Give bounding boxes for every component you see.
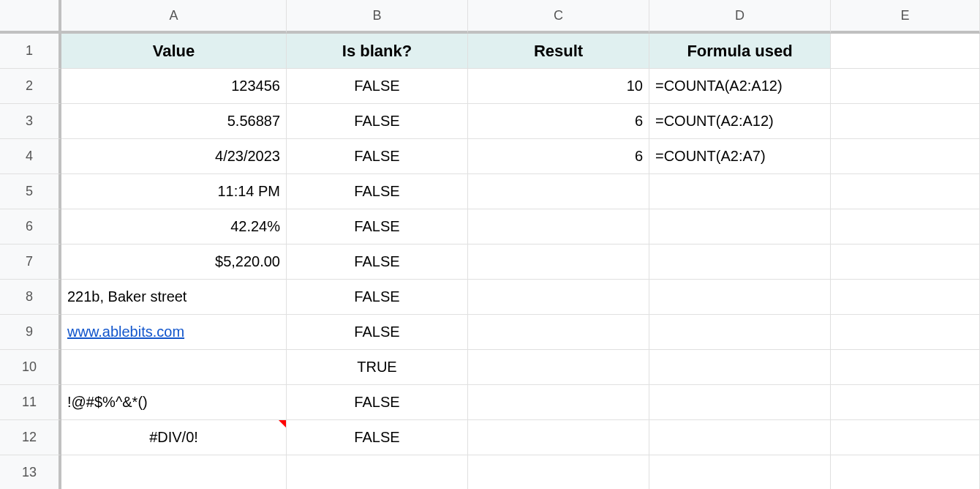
cell-E3[interactable] <box>831 104 980 139</box>
cell-A3[interactable]: 5.56887 <box>61 104 287 139</box>
cell-E13[interactable] <box>831 455 980 489</box>
cell-D8[interactable] <box>649 280 831 315</box>
cell-D1[interactable]: Formula used <box>649 34 831 69</box>
cell-D9[interactable] <box>649 315 831 350</box>
cell-B5[interactable]: FALSE <box>287 174 468 209</box>
hyperlink[interactable]: www.ablebits.com <box>67 324 184 340</box>
cell-B11[interactable]: FALSE <box>287 385 468 420</box>
row-header-2[interactable]: 2 <box>0 69 61 104</box>
cell-B1[interactable]: Is blank? <box>287 34 468 69</box>
cell-D4[interactable]: =COUNT(A2:A7) <box>649 139 831 174</box>
cell-E4[interactable] <box>831 139 980 174</box>
cell-A13[interactable] <box>61 455 287 489</box>
row-header-6[interactable]: 6 <box>0 209 61 244</box>
cell-B9[interactable]: FALSE <box>287 315 468 350</box>
cell-C11[interactable] <box>468 385 649 420</box>
cell-A6[interactable]: 42.24% <box>61 209 287 244</box>
cell-A7[interactable]: $5,220.00 <box>61 244 287 280</box>
cell-C3[interactable]: 6 <box>468 104 649 139</box>
cell-A4[interactable]: 4/23/2023 <box>61 139 287 174</box>
cell-C4[interactable]: 6 <box>468 139 649 174</box>
cell-E9[interactable] <box>831 315 980 350</box>
row-header-1[interactable]: 1 <box>0 34 61 69</box>
cell-B8[interactable]: FALSE <box>287 280 468 315</box>
row-header-5[interactable]: 5 <box>0 174 61 209</box>
cell-D2[interactable]: =COUNTA(A2:A12) <box>649 69 831 104</box>
col-header-D[interactable]: D <box>649 0 831 34</box>
cell-C13[interactable] <box>468 455 649 489</box>
cell-A11[interactable]: !@#$%^&*() <box>61 385 287 420</box>
cell-D6[interactable] <box>649 209 831 244</box>
row-header-11[interactable]: 11 <box>0 385 61 420</box>
row-header-9[interactable]: 9 <box>0 315 61 350</box>
row-header-8[interactable]: 8 <box>0 280 61 315</box>
cell-B4[interactable]: FALSE <box>287 139 468 174</box>
cell-B7[interactable]: FALSE <box>287 244 468 280</box>
col-header-A[interactable]: A <box>61 0 287 34</box>
cell-D10[interactable] <box>649 350 831 385</box>
row-header-12[interactable]: 12 <box>0 420 61 455</box>
cell-E12[interactable] <box>831 420 980 455</box>
cell-A10[interactable] <box>61 350 287 385</box>
row-header-4[interactable]: 4 <box>0 139 61 174</box>
cell-A9[interactable]: www.ablebits.com <box>61 315 287 350</box>
cell-B3[interactable]: FALSE <box>287 104 468 139</box>
cell-A2[interactable]: 123456 <box>61 69 287 104</box>
row-header-3[interactable]: 3 <box>0 104 61 139</box>
cell-E10[interactable] <box>831 350 980 385</box>
cell-D5[interactable] <box>649 174 831 209</box>
cell-C10[interactable] <box>468 350 649 385</box>
select-all-corner[interactable] <box>0 0 61 34</box>
col-header-E[interactable]: E <box>831 0 980 34</box>
cell-A8[interactable]: 221b, Baker street <box>61 280 287 315</box>
cell-B10[interactable]: TRUE <box>287 350 468 385</box>
cell-E2[interactable] <box>831 69 980 104</box>
cell-C6[interactable] <box>468 209 649 244</box>
cell-E5[interactable] <box>831 174 980 209</box>
spreadsheet-grid: A B C D E 1 Value Is blank? Result Formu… <box>0 0 980 489</box>
cell-A12[interactable]: #DIV/0! <box>61 420 287 455</box>
cell-A5[interactable]: 11:14 PM <box>61 174 287 209</box>
cell-D13[interactable] <box>649 455 831 489</box>
cell-C8[interactable] <box>468 280 649 315</box>
cell-E1[interactable] <box>831 34 980 69</box>
cell-D3[interactable]: =COUNT(A2:A12) <box>649 104 831 139</box>
cell-E6[interactable] <box>831 209 980 244</box>
cell-C12[interactable] <box>468 420 649 455</box>
cell-C9[interactable] <box>468 315 649 350</box>
col-header-C[interactable]: C <box>468 0 649 34</box>
cell-C2[interactable]: 10 <box>468 69 649 104</box>
row-header-13[interactable]: 13 <box>0 455 61 489</box>
col-header-B[interactable]: B <box>287 0 468 34</box>
cell-C1[interactable]: Result <box>468 34 649 69</box>
cell-B6[interactable]: FALSE <box>287 209 468 244</box>
row-header-10[interactable]: 10 <box>0 350 61 385</box>
cell-B12[interactable]: FALSE <box>287 420 468 455</box>
cell-E8[interactable] <box>831 280 980 315</box>
cell-A1[interactable]: Value <box>61 34 287 69</box>
cell-D12[interactable] <box>649 420 831 455</box>
cell-C7[interactable] <box>468 244 649 280</box>
cell-D7[interactable] <box>649 244 831 280</box>
cell-D11[interactable] <box>649 385 831 420</box>
cell-E11[interactable] <box>831 385 980 420</box>
cell-B2[interactable]: FALSE <box>287 69 468 104</box>
cell-B13[interactable] <box>287 455 468 489</box>
cell-E7[interactable] <box>831 244 980 280</box>
row-header-7[interactable]: 7 <box>0 244 61 280</box>
cell-C5[interactable] <box>468 174 649 209</box>
